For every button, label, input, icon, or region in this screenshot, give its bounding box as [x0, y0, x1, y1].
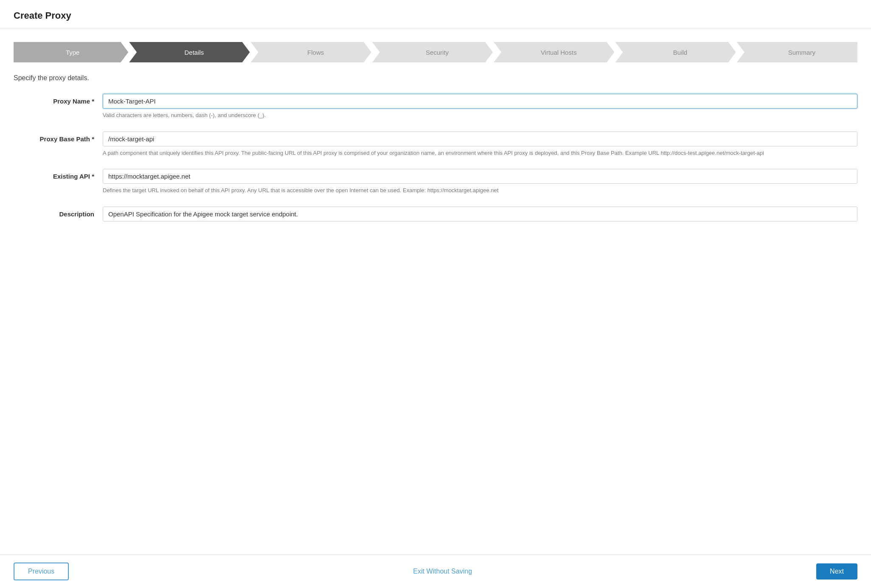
existing-api-field-wrapper: Defines the target URL invoked on behalf… [103, 169, 857, 195]
step-virtual-hosts[interactable]: Virtual Hosts [494, 42, 614, 62]
step-type-label: Type [66, 49, 80, 56]
step-flows[interactable]: Flows [251, 42, 371, 62]
proxy-name-input[interactable] [103, 94, 857, 109]
description-row: Description [14, 207, 857, 221]
step-build-label: Build [673, 49, 687, 56]
proxy-name-label: Proxy Name * [14, 94, 103, 105]
proxy-base-path-input[interactable] [103, 132, 857, 146]
step-build[interactable]: Build [615, 42, 736, 62]
page-title: Create Proxy [14, 10, 857, 21]
description-label: Description [14, 207, 103, 218]
step-details-label: Details [184, 49, 204, 56]
next-button[interactable]: Next [816, 563, 857, 580]
main-content: Type Details Flows Security Virtual Host… [0, 28, 871, 554]
page-wrapper: Create Proxy Type Details Flows Security… [0, 0, 871, 588]
description-field-wrapper [103, 207, 857, 221]
step-flows-label: Flows [307, 49, 324, 56]
step-summary[interactable]: Summary [737, 42, 857, 62]
stepper: Type Details Flows Security Virtual Host… [14, 42, 857, 62]
step-security[interactable]: Security [372, 42, 493, 62]
description-input[interactable] [103, 207, 857, 221]
proxy-base-path-row: Proxy Base Path * A path component that … [14, 132, 857, 157]
step-security-label: Security [426, 49, 449, 56]
section-description: Specify the proxy details. [14, 74, 857, 82]
form-container: Proxy Name * Valid characters are letter… [14, 94, 857, 221]
proxy-base-path-hint: A path component that uniquely identifie… [103, 149, 857, 157]
existing-api-hint: Defines the target URL invoked on behalf… [103, 186, 857, 195]
previous-button[interactable]: Previous [14, 563, 69, 580]
proxy-base-path-field-wrapper: A path component that uniquely identifie… [103, 132, 857, 157]
header: Create Proxy [0, 0, 871, 28]
step-details[interactable]: Details [129, 42, 250, 62]
proxy-name-row: Proxy Name * Valid characters are letter… [14, 94, 857, 120]
existing-api-label: Existing API * [14, 169, 103, 180]
proxy-base-path-label: Proxy Base Path * [14, 132, 103, 143]
step-virtual-hosts-label: Virtual Hosts [541, 49, 577, 56]
proxy-name-hint: Valid characters are letters, numbers, d… [103, 111, 857, 120]
footer: Previous Exit Without Saving Next [0, 554, 871, 588]
existing-api-row: Existing API * Defines the target URL in… [14, 169, 857, 195]
proxy-name-field-wrapper: Valid characters are letters, numbers, d… [103, 94, 857, 120]
exit-without-saving-button[interactable]: Exit Without Saving [413, 568, 472, 575]
step-type[interactable]: Type [14, 42, 128, 62]
existing-api-input[interactable] [103, 169, 857, 184]
step-summary-label: Summary [788, 49, 815, 56]
